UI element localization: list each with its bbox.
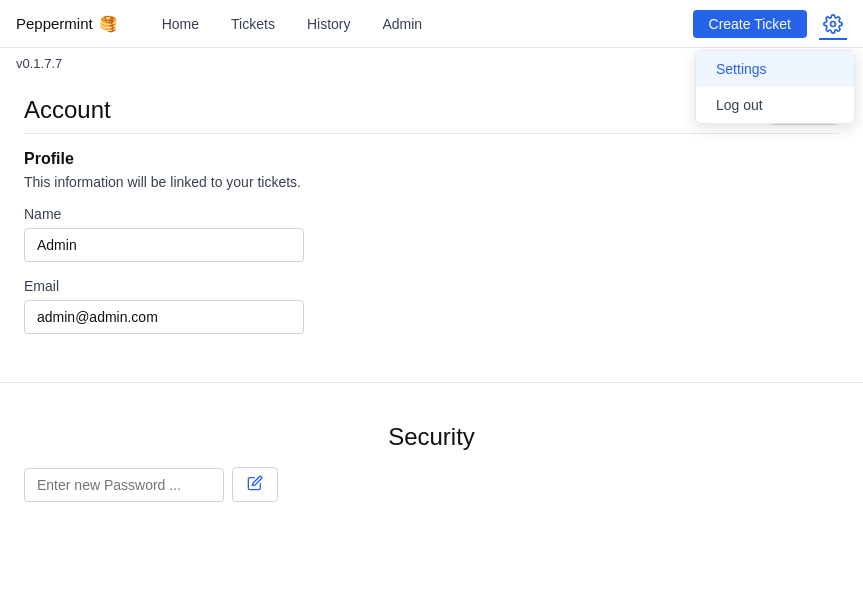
dropdown-menu: Settings Log out: [695, 50, 855, 124]
nav-right: Create Ticket: [693, 10, 847, 38]
dropdown-item-settings[interactable]: Settings: [696, 51, 854, 87]
brand-name: Peppermint: [16, 15, 93, 32]
name-field-group: Name: [24, 206, 839, 262]
brand-emoji: 🥞: [99, 15, 118, 33]
nav-link-home[interactable]: Home: [150, 12, 211, 36]
create-ticket-button[interactable]: Create Ticket: [693, 10, 807, 38]
security-title: Security: [24, 423, 839, 451]
email-input[interactable]: [24, 300, 304, 334]
name-input[interactable]: [24, 228, 304, 262]
nav-links: Home Tickets History Admin: [150, 12, 693, 36]
dropdown-item-logout[interactable]: Log out: [696, 87, 854, 123]
pencil-icon: [247, 475, 263, 494]
account-title: Account: [24, 96, 111, 124]
nav-brand[interactable]: Peppermint 🥞: [16, 15, 118, 33]
section-full-divider: [0, 382, 863, 383]
nav-link-tickets[interactable]: Tickets: [219, 12, 287, 36]
nav-link-admin[interactable]: Admin: [370, 12, 434, 36]
svg-point-0: [831, 21, 836, 26]
nav-link-history[interactable]: History: [295, 12, 363, 36]
profile-heading: Profile: [24, 150, 839, 168]
gear-button[interactable]: [819, 10, 847, 38]
navbar: Peppermint 🥞 Home Tickets History Admin …: [0, 0, 863, 48]
password-row: [24, 467, 839, 502]
profile-description: This information will be linked to your …: [24, 174, 839, 190]
email-label: Email: [24, 278, 839, 294]
version-text: v0.1.7.7: [16, 56, 62, 71]
password-input[interactable]: [24, 468, 224, 502]
edit-password-button[interactable]: [232, 467, 278, 502]
account-divider: [24, 133, 839, 134]
gear-icon: [823, 14, 843, 34]
email-field-group: Email: [24, 278, 839, 334]
security-section: Security: [0, 399, 863, 526]
name-label: Name: [24, 206, 839, 222]
